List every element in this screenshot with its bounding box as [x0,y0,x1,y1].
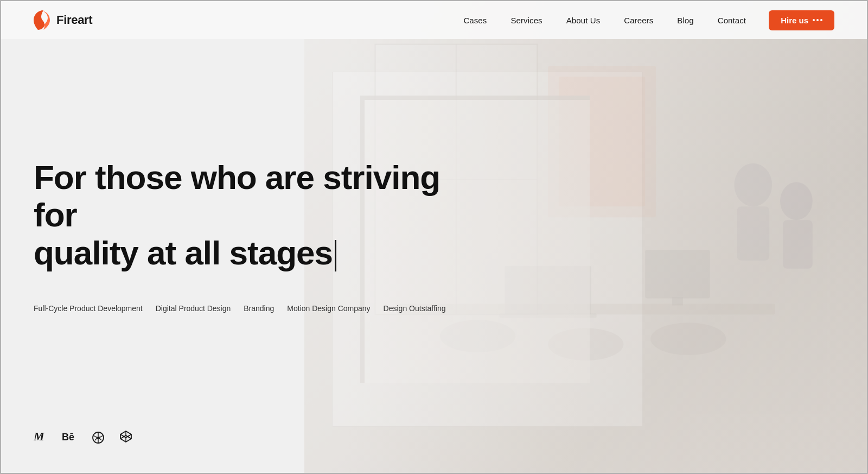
cursor-blink [335,240,336,271]
dribbble-svg [92,432,104,444]
nav-cases[interactable]: Cases [454,11,496,29]
medium-svg: M [34,429,47,443]
tag-branding: Branding [244,304,274,313]
svg-text:Bē: Bē [62,432,74,443]
hire-dot-2 [816,19,819,21]
hire-button-dots [813,19,822,21]
hero-section: For those who are striving for quality a… [1,39,867,313]
codepen-icon[interactable] [119,430,132,446]
hero-headline: For those who are striving for quality a… [34,159,457,271]
tag-full-cycle: Full-Cycle Product Development [34,304,143,313]
hero-tags: Full-Cycle Product Development Digital P… [34,304,834,313]
nav-blog[interactable]: Blog [667,11,703,29]
logo-icon [34,10,51,30]
nav-services[interactable]: Services [501,11,552,29]
behance-svg: Bē [62,431,77,443]
hero-headline-line2: quality at all stages [34,234,333,271]
dribbble-icon[interactable] [92,432,104,444]
nav-contact[interactable]: Contact [708,11,756,29]
hire-button[interactable]: Hire us [769,10,834,30]
page-frame: Fireart Cases Services About Us Careers … [0,0,868,474]
hire-button-label: Hire us [781,16,808,25]
logo-area[interactable]: Fireart [34,10,92,30]
tag-digital-design: Digital Product Design [156,304,231,313]
social-bar: M Bē [34,429,132,446]
tag-outstaffing: Design Outstaffing [384,304,446,313]
header: Fireart Cases Services About Us Careers … [1,1,867,39]
main-page: Fireart Cases Services About Us Careers … [1,1,867,473]
nav-about[interactable]: About Us [557,11,610,29]
hire-dot-3 [820,19,822,21]
behance-icon[interactable]: Bē [62,431,77,445]
logo-text: Fireart [56,13,92,27]
nav-careers[interactable]: Careers [614,11,663,29]
main-nav: Cases Services About Us Careers Blog Con… [454,10,834,30]
medium-icon[interactable]: M [34,429,47,446]
hire-dot-1 [813,19,815,21]
codepen-svg [119,430,132,443]
svg-text:M: M [34,429,45,443]
hero-headline-line1: For those who are striving for [34,159,440,233]
tag-motion-design: Motion Design Company [287,304,370,313]
